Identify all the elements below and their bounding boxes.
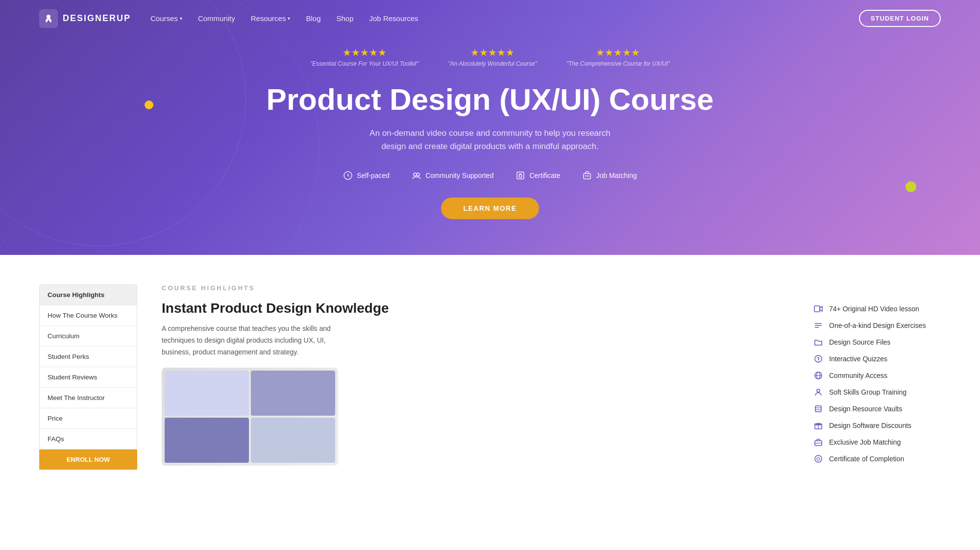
nav-link-community[interactable]: Community [198, 14, 235, 23]
svg-rect-4 [517, 172, 524, 179]
nav-link-shop[interactable]: Shop [336, 14, 353, 23]
sidebar-link-faqs[interactable]: FAQs [40, 429, 137, 449]
svg-point-14 [818, 361, 818, 361]
logo[interactable]: DESIGNERUP [39, 9, 131, 28]
sidebar-nav: Course Highlights How The Course Works C… [39, 284, 137, 450]
sidebar-link-meet-instructor[interactable]: Meet The Instructor [40, 388, 137, 408]
people-icon [813, 387, 823, 397]
content-title: Instant Product Design Knowledge [162, 300, 794, 316]
sidebar-link-curriculum[interactable]: Curriculum [40, 326, 137, 346]
chevron-down-icon: ▾ [180, 16, 182, 21]
nav-link-resources[interactable]: Resources ▾ [251, 14, 291, 23]
database-icon [813, 404, 823, 414]
course-image-inner [162, 368, 338, 466]
hero-title: Product Design (UX/UI) Course [10, 82, 970, 117]
sidebar-link-price[interactable]: Price [40, 408, 137, 428]
certificate-icon [813, 454, 823, 464]
feature-self-paced: Self-paced [343, 171, 390, 180]
feature-item-source: Design Source Files [813, 334, 941, 350]
nav-cta: STUDENT LOGIN [859, 10, 941, 27]
nav-links: Courses ▾ Community Resources ▾ Blog [150, 14, 859, 23]
nav-item-shop[interactable]: Shop [336, 14, 353, 23]
nav-item-resources[interactable]: Resources ▾ [251, 14, 291, 23]
sidebar-item-student-reviews[interactable]: Student Reviews [40, 367, 137, 388]
nav-link-courses[interactable]: Courses ▾ [150, 14, 182, 23]
feature-label-video: 74+ Original HD Video lesson [829, 305, 919, 313]
logo-icon [39, 9, 58, 28]
sidebar-item-curriculum[interactable]: Curriculum [40, 326, 137, 347]
sidebar-item-faqs[interactable]: FAQs [40, 429, 137, 449]
img-cell-2 [251, 371, 335, 416]
sidebar-item-price[interactable]: Price [40, 408, 137, 429]
feature-label-community: Community Supported [425, 172, 493, 179]
feature-certificate: Certificate [515, 171, 560, 180]
feature-label-job-matching: Exclusive Job Matching [829, 438, 901, 446]
sidebar-item-how-course-works[interactable]: How The Course Works [40, 305, 137, 326]
feature-item-resource-vaults: Design Resource Vaults [813, 400, 941, 417]
feature-item-soft-skills: Soft Skills Group Training [813, 384, 941, 400]
review-text-3: "The Comprehensive Course for UX/UI" [566, 60, 670, 67]
svg-point-3 [416, 173, 419, 176]
review-item-2: ★★★★★ "An Absolutely Wonderful Course" [448, 47, 537, 67]
svg-point-2 [414, 173, 416, 176]
nav-item-blog[interactable]: Blog [306, 14, 320, 23]
help-circle-icon [813, 354, 823, 364]
sidebar-item-meet-instructor[interactable]: Meet The Instructor [40, 388, 137, 408]
features-list: 74+ Original HD Video lesson One-of-a-ki… [813, 300, 941, 467]
hero-content: ★★★★★ "Essential Course For Your UX/UI T… [0, 37, 980, 249]
content-desc: A comprehensive course that teaches you … [162, 323, 348, 358]
svg-point-5 [519, 175, 522, 177]
col-left: Instant Product Design Knowledge A compr… [162, 300, 794, 467]
feature-label-discounts: Design Software Discounts [829, 422, 911, 429]
section-label: COURSE HIGHLIGHTS [162, 284, 941, 292]
review-item-1: ★★★★★ "Essential Course For Your UX/UI T… [310, 47, 418, 67]
feature-item-exercises: One-of-a-kind Design Exercises [813, 317, 941, 334]
briefcase-icon [813, 437, 823, 447]
feature-label-certificate: Certificate [529, 172, 560, 179]
stars-3: ★★★★★ [566, 47, 670, 58]
stars-1: ★★★★★ [310, 47, 418, 58]
nav-link-job-resources[interactable]: Job Resources [369, 14, 418, 23]
svg-rect-9 [814, 306, 820, 312]
feature-item-community-access: Community Access [813, 367, 941, 384]
sidebar-link-how-course-works[interactable]: How The Course Works [40, 305, 137, 325]
gift-icon [813, 421, 823, 430]
sidebar-link-student-perks[interactable]: Student Perks [40, 347, 137, 367]
nav-item-courses[interactable]: Courses ▾ [150, 14, 182, 23]
folder-icon [813, 337, 823, 347]
sidebar-item-student-perks[interactable]: Student Perks [40, 347, 137, 367]
feature-label-exercises: One-of-a-kind Design Exercises [829, 322, 926, 329]
feature-label-job-matching: Job Matching [596, 172, 637, 179]
white-section: Course Highlights How The Course Works C… [0, 255, 980, 499]
nav-link-blog[interactable]: Blog [306, 14, 320, 23]
feature-label-soft-skills: Soft Skills Group Training [829, 388, 906, 396]
img-cell-3 [165, 418, 249, 463]
feature-label-certificate: Certificate of Completion [829, 455, 904, 463]
reviews-row: ★★★★★ "Essential Course For Your UX/UI T… [10, 47, 970, 67]
img-cell-1 [165, 371, 249, 416]
nav-item-job-resources[interactable]: Job Resources [369, 14, 418, 23]
sidebar-link-course-highlights[interactable]: Course Highlights [40, 285, 137, 305]
chevron-down-icon: ▾ [288, 16, 290, 21]
feature-label-quizzes: Interactive Quizzes [829, 355, 887, 363]
img-cell-4 [251, 418, 335, 463]
svg-point-28 [817, 457, 820, 460]
sidebar-link-student-reviews[interactable]: Student Reviews [40, 367, 137, 387]
feature-label-community-access: Community Access [829, 372, 887, 379]
svg-point-18 [817, 389, 820, 392]
enroll-now-button[interactable]: ENROLL NOW [39, 450, 137, 470]
content-columns: Instant Product Design Knowledge A compr… [162, 300, 941, 467]
review-text-2: "An Absolutely Wonderful Course" [448, 60, 537, 67]
col-right: 74+ Original HD Video lesson One-of-a-ki… [813, 300, 941, 467]
student-login-button[interactable]: STUDENT LOGIN [859, 10, 941, 27]
main-content: COURSE HIGHLIGHTS Instant Product Design… [162, 284, 941, 470]
nav-item-community[interactable]: Community [198, 14, 235, 23]
hero-features-row: Self-paced Community Supported Certifica… [10, 171, 970, 180]
svg-point-27 [815, 455, 822, 462]
sidebar-item-course-highlights[interactable]: Course Highlights [40, 285, 137, 305]
logo-text: DESIGNERUP [63, 13, 131, 24]
svg-point-0 [47, 15, 50, 19]
learn-more-button[interactable]: LEARN MORE [441, 198, 539, 219]
stars-2: ★★★★★ [448, 47, 537, 58]
navigation: DESIGNERUP Courses ▾ Community Resources… [0, 0, 980, 37]
